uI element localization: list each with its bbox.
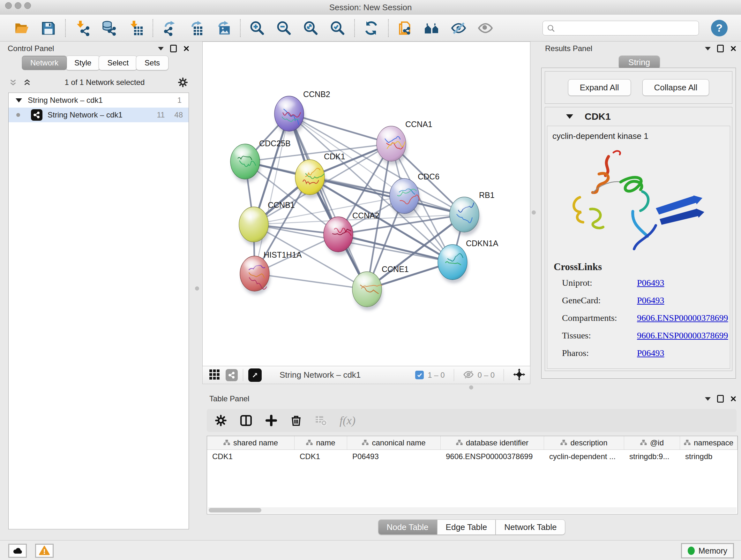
memory-button[interactable]: Memory: [681, 543, 734, 558]
node-label-rb1[interactable]: RB1: [479, 191, 495, 199]
help-button[interactable]: ?: [711, 20, 728, 37]
selected-nodes-checkbox[interactable]: [415, 371, 424, 379]
create-column-icon[interactable]: [265, 414, 278, 427]
hide-selected-icon[interactable]: [451, 20, 467, 36]
expand-all-icon[interactable]: [22, 78, 32, 87]
close-panel-icon[interactable]: [730, 395, 737, 402]
node-label-ccnb2[interactable]: CCNB2: [303, 90, 330, 99]
table-options-gear-icon[interactable]: [214, 414, 227, 427]
node-table[interactable]: shared namenamecanonical namedatabase id…: [207, 436, 738, 514]
column-header-shared-name[interactable]: shared name: [207, 436, 294, 449]
show-all-networks-icon[interactable]: [424, 20, 440, 36]
close-panel-icon[interactable]: [183, 45, 190, 52]
scrollbar-thumb[interactable]: [209, 508, 261, 512]
zoom-in-icon[interactable]: [249, 20, 265, 36]
tab-sets[interactable]: Sets: [136, 56, 169, 70]
crosslink-genecard[interactable]: P06493: [637, 295, 664, 306]
tab-select[interactable]: Select: [98, 56, 137, 70]
left-splitter-handle[interactable]: [195, 287, 199, 291]
window-title: Session: New Session: [0, 3, 741, 12]
crosslink-compartments[interactable]: 9606.ENSP00000378699: [637, 313, 728, 323]
float-panel-icon[interactable]: [717, 45, 724, 52]
table-cell[interactable]: stringdb:9...: [624, 450, 680, 463]
warnings-button[interactable]: [35, 544, 54, 558]
tab-edge-table[interactable]: Edge Table: [437, 519, 496, 535]
panel-menu-icon[interactable]: [705, 47, 711, 51]
table-row[interactable]: CDK1CDK1P064939606.ENSP00000378699cyclin…: [207, 450, 738, 463]
import-network-from-file-icon[interactable]: [74, 20, 90, 36]
collapse-all-icon[interactable]: [8, 78, 18, 87]
node-label-cdkn1a[interactable]: CDKN1A: [466, 239, 498, 248]
column-header-name[interactable]: name: [294, 436, 347, 449]
tab-node-table[interactable]: Node Table: [378, 519, 437, 535]
import-network-from-database-icon[interactable]: [101, 20, 117, 36]
node-label-ccne1[interactable]: CCNE1: [382, 265, 409, 273]
node-label-cdk1[interactable]: CDK1: [324, 152, 345, 161]
delete-column-icon[interactable]: [290, 414, 302, 427]
panel-menu-icon[interactable]: [705, 397, 711, 401]
table-cell[interactable]: CDK1: [294, 450, 347, 463]
table-tabs: Node Table Edge Table Network Table: [202, 519, 741, 535]
export-network-icon[interactable]: [161, 20, 178, 36]
column-header-database-identifier[interactable]: database identifier: [441, 436, 544, 449]
crosslink-tissues[interactable]: 9606.ENSP00000378699: [637, 330, 728, 341]
open-in-window-icon[interactable]: [248, 368, 262, 382]
node-label-ccna1[interactable]: CCNA1: [405, 120, 432, 129]
section-collapse-icon[interactable]: [566, 114, 573, 119]
pan-mode-icon[interactable]: [513, 368, 526, 382]
zoom-selected-icon[interactable]: [329, 20, 345, 36]
float-panel-icon[interactable]: [717, 395, 724, 402]
tab-network[interactable]: Network: [22, 56, 67, 70]
cdk1-section-header[interactable]: CDK1: [545, 107, 732, 126]
tab-style[interactable]: Style: [66, 56, 100, 70]
table-cell[interactable]: cyclin-dependent ...: [544, 450, 624, 463]
birds-eye-view-icon[interactable]: [208, 368, 220, 382]
column-header-description[interactable]: description: [544, 436, 624, 449]
right-splitter-handle[interactable]: [532, 210, 536, 214]
network-collection-row[interactable]: String Network – cdk1 1: [9, 93, 189, 108]
import-table-from-file-icon[interactable]: [128, 20, 144, 36]
table-cell[interactable]: P06493: [347, 450, 441, 463]
show-hidden-icon[interactable]: [477, 20, 493, 36]
horizontal-scrollbar[interactable]: [208, 507, 737, 513]
table-cell[interactable]: 9606.ENSP00000378699: [441, 450, 544, 463]
column-header-canonical-name[interactable]: canonical name: [347, 436, 441, 449]
node-label-hist1h1a[interactable]: HIST1H1A: [264, 250, 302, 259]
export-table-icon[interactable]: [188, 20, 204, 36]
footer-separator: [243, 369, 243, 381]
footer-separator: [454, 369, 454, 381]
tree-expand-icon[interactable]: [16, 98, 22, 103]
node-label-cdc6[interactable]: CDC6: [418, 172, 440, 181]
bottom-splitter-handle[interactable]: [469, 385, 473, 389]
tab-network-table[interactable]: Network Table: [495, 519, 565, 535]
search-input[interactable]: [542, 21, 699, 36]
network-row[interactable]: String Network – cdk1 11 48: [9, 108, 189, 122]
network-graph[interactable]: CCNB2CCNA1CDC25BCDK1CDC6RB1CCNB1CCNA2CDK…: [203, 42, 530, 366]
zoom-out-icon[interactable]: [276, 20, 292, 36]
table-cell[interactable]: CDK1: [207, 450, 294, 463]
copy-document-icon[interactable]: [397, 20, 413, 36]
table-cell[interactable]: stringdb: [680, 450, 738, 463]
crosslink-uniprot[interactable]: P06493: [637, 278, 664, 288]
gear-icon[interactable]: [178, 77, 188, 88]
close-panel-icon[interactable]: [730, 45, 737, 52]
expand-all-button[interactable]: Expand All: [568, 79, 631, 96]
zoom-fit-icon[interactable]: [302, 20, 319, 36]
tab-string[interactable]: String: [619, 56, 660, 69]
float-panel-icon[interactable]: [170, 45, 177, 52]
crosslink-pharos[interactable]: P06493: [637, 348, 664, 358]
show-columns-icon[interactable]: [239, 414, 253, 427]
column-header--id[interactable]: @id: [624, 436, 680, 449]
collapse-all-button[interactable]: Collapse All: [643, 79, 710, 96]
network-canvas[interactable]: CCNB2CCNA1CDC25BCDK1CDC6RB1CCNB1CCNA2CDK…: [202, 42, 530, 366]
panel-menu-icon[interactable]: [158, 47, 164, 51]
export-image-icon[interactable]: [215, 20, 231, 36]
save-session-icon[interactable]: [40, 20, 56, 36]
open-session-icon[interactable]: [13, 20, 29, 36]
cloud-status-button[interactable]: [8, 544, 27, 558]
column-header-namespace[interactable]: namespace: [680, 436, 738, 449]
node-label-ccna2[interactable]: CCNA2: [352, 211, 380, 220]
node-label-ccnb1[interactable]: CCNB1: [268, 200, 295, 209]
node-label-cdc25b[interactable]: CDC25B: [259, 139, 291, 148]
refresh-view-icon[interactable]: [363, 20, 379, 36]
